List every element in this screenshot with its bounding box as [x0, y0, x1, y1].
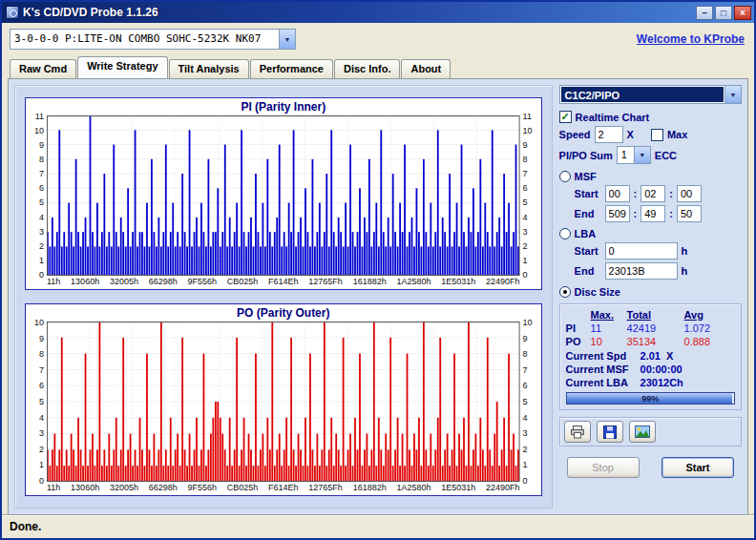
y-tick-label: 0	[39, 270, 44, 280]
progress-label: 99%	[567, 393, 734, 404]
stats-header-max: Max.	[591, 309, 627, 321]
stats-group: Max. Total Avg PI 11 42419 1.072 PO 10 3…	[559, 303, 742, 410]
chevron-down-icon[interactable]: ▼	[279, 30, 295, 49]
x-tick-label: 9F556h	[188, 483, 218, 494]
y-tick-label: 9	[523, 334, 528, 343]
po-chart-title: PO (Parity Outer)	[28, 306, 539, 322]
msf-start-label: Start	[575, 188, 601, 199]
y-tick-label: 10	[34, 318, 44, 327]
minimize-button[interactable]: –	[696, 6, 713, 20]
x-tick-label: 32005h	[110, 277, 138, 288]
speed-x-label: X	[627, 129, 634, 140]
x-tick-label: CB025h	[227, 277, 259, 288]
y-tick-label: 4	[39, 413, 44, 423]
lba-end-unit: h	[682, 265, 688, 277]
x-tick-label: 22490Fh	[486, 277, 520, 288]
stop-button[interactable]: Stop	[567, 457, 640, 478]
tab-disc-info[interactable]: Disc Info.	[334, 59, 401, 78]
tab-write-strategy[interactable]: Write Strategy	[77, 56, 167, 78]
app-icon	[6, 6, 19, 19]
pi-chart-plot	[47, 115, 520, 276]
tab-tilt-analysis[interactable]: Tilt Analysis	[169, 59, 249, 78]
x-tick-label: F614Eh	[268, 277, 299, 288]
lba-end-input[interactable]	[605, 262, 678, 280]
start-button[interactable]: Start	[662, 457, 734, 478]
chevron-down-icon[interactable]: ▼	[634, 147, 650, 163]
pi-total-value: 42419	[627, 322, 684, 334]
lba-start-input[interactable]	[605, 242, 678, 260]
pipo-sum-label: PI/PO Sum	[559, 150, 613, 161]
y-tick-label: 0	[523, 270, 528, 280]
max-speed-checkbox[interactable]	[651, 129, 663, 141]
y-tick-label: 7	[523, 365, 528, 375]
speed-input[interactable]	[595, 126, 623, 143]
stats-header-avg: Avg	[684, 309, 728, 321]
y-tick-label: 10	[523, 126, 533, 135]
y-tick-label: 4	[39, 213, 44, 222]
x-tick-label: 161882h	[353, 483, 387, 494]
save-button[interactable]	[597, 421, 623, 443]
close-button[interactable]: ×	[734, 6, 751, 20]
stats-header-total: Total	[627, 309, 684, 321]
msf-end-frame[interactable]	[677, 205, 702, 222]
disc-size-radio[interactable]	[559, 286, 571, 298]
y-tick-label: 10	[34, 126, 44, 135]
x-tick-label: 13060h	[71, 483, 99, 494]
device-combo[interactable]: 3-0-0-0 P:LITE-ON COMBO SOHC-5232K NK07 …	[10, 29, 296, 50]
status-bar: Done.	[2, 515, 754, 538]
x-tick-label: 66298h	[149, 483, 178, 494]
msf-radio[interactable]	[559, 171, 571, 182]
y-tick-label: 2	[523, 241, 528, 251]
pi-chart: PI (Parity Inner) 11109876543210 1110987…	[25, 97, 542, 290]
printer-icon	[570, 426, 585, 439]
msf-start-min[interactable]	[605, 185, 630, 202]
y-tick-label: 0	[523, 476, 528, 486]
lba-label: LBA	[575, 228, 597, 239]
image-icon	[635, 426, 650, 438]
msf-start-sec[interactable]	[640, 185, 665, 202]
y-tick-label: 5	[39, 197, 44, 207]
maximize-button[interactable]: □	[715, 6, 732, 20]
lba-start-label: Start	[575, 245, 601, 257]
pipo-sum-combo[interactable]: 1 ▼	[617, 146, 651, 164]
title-bar: K's CD/DVD Probe 1.1.26 – □ ×	[2, 2, 754, 23]
action-buttons: Stop Start	[559, 455, 742, 478]
realtime-chart-checkbox[interactable]: ✓	[559, 111, 572, 123]
charts-panel: PI (Parity Inner) 11109876543210 1110987…	[14, 85, 553, 509]
current-speed-value: 2.01	[640, 350, 661, 362]
tab-raw-cmd[interactable]: Raw Cmd	[10, 59, 76, 78]
chart-type-combo[interactable]: C1C2/PIPO ▼	[559, 85, 742, 104]
tab-page: PI (Parity Inner) 11109876543210 1110987…	[8, 78, 748, 515]
x-tick-label: 32005h	[110, 483, 138, 494]
y-tick-label: 3	[39, 227, 44, 237]
tab-about[interactable]: About	[401, 59, 451, 78]
control-panel: C1C2/PIPO ▼ ✓ Realtime Chart Speed X Max…	[559, 85, 742, 509]
y-tick-label: 10	[523, 318, 533, 327]
toolbar-group	[559, 417, 742, 447]
floppy-icon	[603, 426, 617, 439]
msf-end-min[interactable]	[605, 205, 630, 222]
x-tick-label: 1E5031h	[441, 277, 475, 288]
y-tick-label: 6	[39, 381, 44, 390]
pi-avg-value: 1.072	[684, 322, 728, 334]
lba-radio[interactable]	[559, 228, 571, 239]
lba-start-unit: h	[682, 245, 688, 257]
msf-start-frame[interactable]	[677, 185, 702, 202]
tab-performance[interactable]: Performance	[250, 59, 333, 78]
save-image-button[interactable]	[629, 421, 656, 443]
y-tick-label: 1	[39, 256, 44, 265]
msf-separator: :	[634, 188, 638, 199]
pi-y-axis-right: 11109876543210	[520, 112, 539, 280]
chevron-down-icon[interactable]: ▼	[724, 86, 741, 103]
welcome-link[interactable]: Welcome to KProbe	[637, 32, 745, 46]
x-tick-label: F614Eh	[268, 483, 299, 494]
current-msf-value: 00:00:00	[640, 363, 682, 375]
x-tick-label: 1A2580h	[396, 277, 430, 288]
progress-bar: 99%	[566, 392, 735, 405]
realtime-chart-label: Realtime Chart	[576, 112, 650, 123]
x-tick-label: CB025h	[227, 483, 259, 494]
msf-end-sec[interactable]	[640, 205, 665, 222]
x-tick-label: 9F556h	[188, 277, 218, 288]
y-tick-label: 5	[523, 397, 528, 406]
print-button[interactable]	[564, 421, 591, 443]
